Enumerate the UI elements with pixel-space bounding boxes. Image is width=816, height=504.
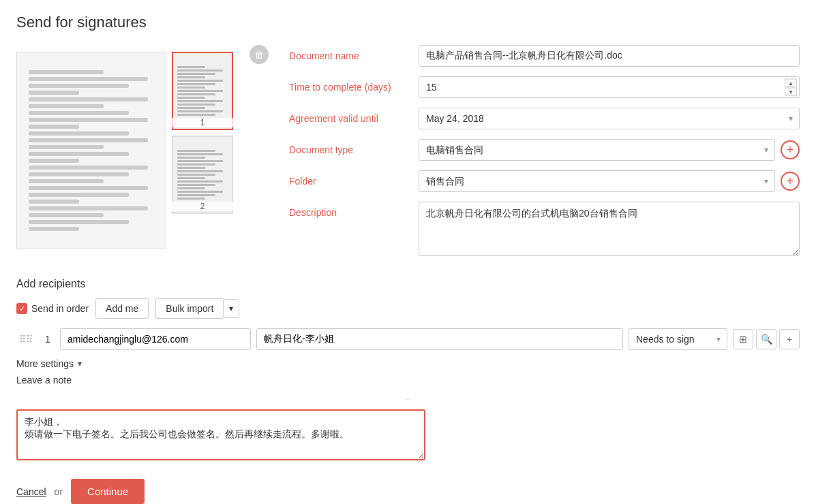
edit-fields-icon: ⊞ (739, 334, 747, 345)
check-icon: ✓ (19, 304, 25, 313)
add-recipient-button[interactable]: + (779, 329, 800, 349)
recipient-actions: ⊞ 🔍 + (733, 329, 800, 349)
footer: Cancel or Continue (16, 479, 800, 504)
document-name-label: Document name (289, 45, 419, 61)
more-settings-chevron-icon: ▾ (78, 359, 82, 368)
continue-button[interactable]: Continue (71, 479, 145, 504)
note-textarea[interactable]: 李小姐， 烦请做一下电子签名。之后我公司也会做签名。然后再继续走流程。多谢啦。 (16, 409, 425, 460)
bulk-import-button[interactable]: Bulk import (155, 298, 223, 319)
document-type-label: Document type (289, 139, 419, 155)
description-textarea[interactable]: 北京帆舟日化有限公司的台式机电脑20台销售合同 (419, 202, 800, 256)
page-thumbnails: 1 (172, 52, 233, 214)
document-preview: 🗑 (16, 45, 269, 266)
page-title: Send for signatures (16, 14, 800, 31)
recipient-edit-fields-button[interactable]: ⊞ (733, 329, 753, 349)
document-name-input[interactable] (419, 45, 800, 67)
recipient-email-input[interactable] (60, 328, 251, 350)
cancel-button[interactable]: Cancel (16, 486, 46, 497)
time-label: Time to complete (days) (289, 76, 419, 93)
add-document-type-button[interactable]: + (781, 140, 800, 159)
page-number-1: 1 (172, 118, 233, 127)
time-to-complete-row: Time to complete (days) ▲ ▼ (289, 76, 800, 98)
recipient-row: ⠿⠿ 1 Needs to sign Receives a copy Needs… (16, 328, 800, 350)
thumbnail-page-2[interactable]: 2 (172, 136, 233, 214)
add-recipient-icon: + (787, 334, 792, 345)
agreement-date-select[interactable]: May 24, 2018 (419, 108, 800, 129)
send-in-order-text: Send in order (31, 303, 89, 314)
trash-icon: 🗑 (254, 49, 264, 60)
drag-handle-icon[interactable]: ⠿⠿ (16, 334, 35, 345)
recipient-role-select[interactable]: Needs to sign Receives a copy Needs to v… (629, 328, 727, 350)
folder-row: Folder 销售合同 ▾ + (289, 170, 800, 192)
recipient-name-input[interactable] (256, 328, 623, 350)
spinner-down[interactable]: ▼ (785, 88, 797, 96)
add-folder-button[interactable]: + (781, 172, 800, 191)
folder-label: Folder (289, 170, 419, 187)
document-name-row: Document name (289, 45, 800, 67)
bulk-import-arrow-button[interactable]: ▾ (223, 299, 239, 318)
description-label: Description (289, 202, 419, 218)
recipient-role-wrap: Needs to sign Receives a copy Needs to v… (629, 328, 727, 350)
agreement-label: Agreement valid until (289, 108, 419, 124)
page-number-2: 2 (172, 202, 233, 211)
bulk-import-chevron-icon: ▾ (229, 304, 233, 313)
agreement-valid-row: Agreement valid until May 24, 2018 ▾ (289, 108, 800, 129)
document-type-select[interactable]: 电脑销售合同 (419, 139, 775, 161)
description-row: Description 北京帆舟日化有限公司的台式机电脑20台销售合同 (289, 202, 800, 256)
recipients-title: Add recipients (16, 278, 800, 290)
add-recipients-section: Add recipients ✓ Send in order Add me Bu… (16, 278, 800, 504)
send-in-order-checkbox[interactable]: ✓ (16, 303, 27, 314)
spinner-up[interactable]: ▲ (785, 79, 797, 87)
document-form: Document name Time to complete (days) ▲ … (289, 45, 800, 266)
search-icon: 🔍 (761, 334, 772, 345)
delete-document-button[interactable]: 🗑 (250, 45, 269, 64)
recipient-number: 1 (41, 334, 55, 345)
more-settings-toggle[interactable]: More settings ▾ (16, 358, 800, 369)
note-label: Leave a note (16, 375, 800, 385)
recipient-search-button[interactable]: 🔍 (756, 329, 776, 349)
bulk-import-dropdown: Bulk import ▾ (155, 298, 239, 319)
document-page-main (16, 52, 166, 249)
add-me-button[interactable]: Add me (95, 298, 149, 319)
recipients-toolbar: ✓ Send in order Add me Bulk import ▾ (16, 298, 800, 319)
folder-select[interactable]: 销售合同 (419, 170, 775, 192)
dot-divider: · (16, 391, 800, 407)
document-type-row: Document type 电脑销售合同 ▾ + (289, 139, 800, 161)
time-input[interactable] (419, 76, 800, 98)
send-in-order-label[interactable]: ✓ Send in order (16, 303, 89, 314)
thumbnail-page-1[interactable]: 1 (172, 52, 233, 130)
or-text: or (55, 486, 63, 497)
more-settings-label: More settings (16, 358, 74, 369)
